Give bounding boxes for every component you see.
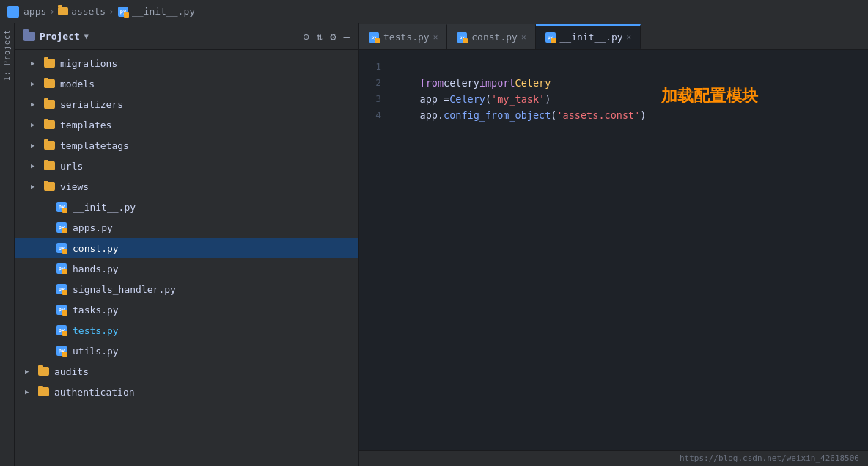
migrations-label: migrations <box>60 58 117 69</box>
vertical-tab-label: 1: Project <box>3 29 11 81</box>
fn-config-from-object: config_from_object <box>444 107 551 123</box>
bottom-url: https://blog.csdn.net/weixin_42618506 <box>680 454 859 463</box>
sidebar-item-serializers[interactable]: ▶ serializers <box>15 94 358 114</box>
views-folder-icon <box>44 182 55 191</box>
authentication-label: authentication <box>54 387 135 398</box>
init-py-icon: py <box>117 6 129 18</box>
hands-py-file-icon: py <box>56 263 67 274</box>
minimize-icon[interactable]: — <box>344 31 350 43</box>
apps-py-file-icon: py <box>56 222 67 233</box>
sidebar-item-init-py[interactable]: ▶ py __init__.py <box>15 197 358 217</box>
breadcrumb-init-label: __init__.py <box>132 6 195 17</box>
sidebar-item-utils-py[interactable]: ▶ py utils.py <box>15 341 358 361</box>
add-file-icon[interactable]: ⊕ <box>303 31 309 43</box>
sidebar-item-templatetags[interactable]: ▶ templatetags <box>15 135 358 156</box>
sidebar-item-views[interactable]: ▶ views <box>15 176 358 197</box>
app-icon <box>7 6 19 18</box>
sidebar-item-authentication[interactable]: ▶ authentication <box>15 382 358 402</box>
sidebar-item-hands-py[interactable]: ▶ py hands.py <box>15 258 358 279</box>
tab-init-py[interactable]: py __init__.py ✕ <box>536 24 641 49</box>
tab-tests-py[interactable]: py tests.py ✕ <box>359 24 447 49</box>
init-tab-icon: py <box>545 32 556 43</box>
sidebar-item-tests-py[interactable]: ▶ py tests.py <box>15 320 358 341</box>
authentication-folder-icon <box>38 387 49 396</box>
editor-content[interactable]: 1 2 3 4 from celery import Celery <box>359 50 868 450</box>
views-label: views <box>60 181 89 192</box>
tab-const-py[interactable]: py const.py ✕ <box>447 24 535 49</box>
init-py-label: __init__.py <box>73 202 136 213</box>
sidebar-item-tasks-py[interactable]: ▶ py tasks.py <box>15 299 358 320</box>
assets-folder-icon <box>58 7 68 15</box>
serializers-chevron-icon: ▶ <box>31 101 41 108</box>
vertical-tab[interactable]: 1: Project <box>0 23 15 466</box>
plain-app-eq: app = <box>420 91 450 107</box>
sidebar-item-apps-py[interactable]: ▶ py apps.py <box>15 217 358 238</box>
sidebar-item-models[interactable]: ▶ models <box>15 73 358 94</box>
templates-label: templates <box>60 120 111 131</box>
const-tab-label: const.py <box>471 32 518 43</box>
sidebar-item-audits[interactable]: ▶ audits <box>15 361 358 382</box>
tasks-py-file-icon: py <box>56 304 67 316</box>
code-line-1 <box>396 59 868 75</box>
urls-chevron-icon: ▶ <box>31 162 41 170</box>
models-label: models <box>60 79 95 90</box>
tests-py-file-icon: py <box>56 324 67 336</box>
migrations-folder-icon <box>44 59 55 68</box>
title-bar: apps › assets › py __init__.py <box>0 0 868 23</box>
kw-import: import <box>479 75 515 91</box>
templatetags-chevron-icon: ▶ <box>31 142 41 149</box>
tasks-py-label: tasks.py <box>73 305 119 316</box>
sidebar: Project ▼ ⊕ ⇅ ⚙ — ▶ migrations ▶ models <box>15 23 359 466</box>
urls-folder-icon <box>44 161 55 170</box>
cls-celery: Celery <box>515 75 551 91</box>
init-py-file-icon: py <box>56 201 67 213</box>
tests-tab-close-icon[interactable]: ✕ <box>433 32 438 42</box>
const-py-file-icon: py <box>56 242 67 254</box>
init-tab-label: __init__.py <box>560 32 623 43</box>
sidebar-item-templates[interactable]: ▶ templates <box>15 114 358 135</box>
breadcrumb: apps › assets › py __init__.py <box>23 6 195 18</box>
const-tab-icon: py <box>456 32 468 43</box>
sidebar-title-area: Project ▼ <box>23 31 89 42</box>
templates-folder-icon <box>44 120 55 129</box>
utils-py-label: utils.py <box>73 346 119 357</box>
urls-label: urls <box>60 161 83 172</box>
tests-tab-label: tests.py <box>383 32 430 43</box>
bottom-bar: https://blog.csdn.net/weixin_42618506 <box>359 450 868 466</box>
const-tab-close-icon[interactable]: ✕ <box>521 32 526 42</box>
templatetags-folder-icon <box>44 141 55 150</box>
plain-app-dot: app. <box>420 107 444 123</box>
init-tab-close-icon[interactable]: ✕ <box>627 32 632 42</box>
plain-paren-close: ) <box>545 91 551 107</box>
str-my-task: 'my_task' <box>491 91 545 107</box>
sidebar-item-migrations[interactable]: ▶ migrations <box>15 53 358 73</box>
sidebar-item-urls[interactable]: ▶ urls <box>15 156 358 176</box>
breadcrumb-assets: assets <box>58 6 106 17</box>
sidebar-chevron-icon[interactable]: ▼ <box>84 32 89 40</box>
templatetags-label: templatetags <box>60 140 129 151</box>
tab-bar: py tests.py ✕ py const.py ✕ py __i <box>359 23 868 50</box>
sidebar-item-const-py[interactable]: ▶ py const.py <box>15 238 358 258</box>
collapse-icon[interactable]: ⇅ <box>317 31 323 43</box>
signals-py-file-icon: py <box>56 283 67 295</box>
str-assets-const: 'assets.const' <box>556 107 640 123</box>
audits-label: audits <box>54 366 89 377</box>
sidebar-tree[interactable]: ▶ migrations ▶ models ▶ serializers ▶ te… <box>15 50 358 466</box>
apps-py-label: apps.py <box>73 222 113 233</box>
sidebar-item-signals-py[interactable]: ▶ py signals_handler.py <box>15 279 358 299</box>
hands-py-label: hands.py <box>73 263 119 274</box>
authentication-chevron-icon: ▶ <box>25 388 35 396</box>
breadcrumb-assets-label: assets <box>71 6 106 17</box>
sidebar-folder-icon <box>23 32 35 41</box>
const-py-label: const.py <box>73 243 119 254</box>
code-line-3: app = Celery ( 'my_task' ) <box>396 91 868 107</box>
sidebar-title: Project <box>40 31 80 42</box>
plain-paren2-open: ( <box>551 107 556 123</box>
fn-celery-call: Celery <box>449 91 485 107</box>
plain-paren-open: ( <box>485 91 491 107</box>
views-chevron-icon: ▶ <box>31 183 41 190</box>
sidebar-actions: ⊕ ⇅ ⚙ — <box>303 31 350 43</box>
code-editor[interactable]: from celery import Celery app = Celery (… <box>389 50 868 450</box>
settings-icon[interactable]: ⚙ <box>330 31 336 43</box>
line-numbers: 1 2 3 4 <box>359 50 389 450</box>
